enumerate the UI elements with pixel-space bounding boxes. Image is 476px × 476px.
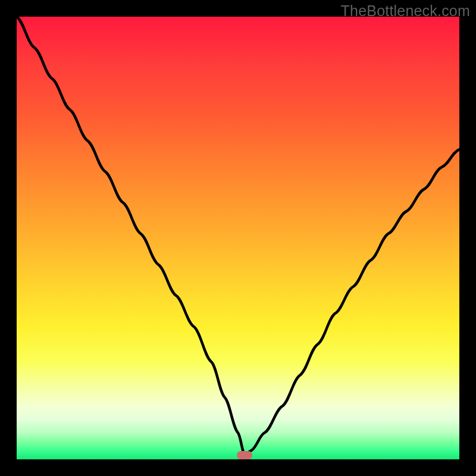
optimal-point-marker: [237, 451, 252, 459]
plot-area: [17, 17, 459, 459]
chart-frame: TheBottleneck.com: [0, 0, 476, 476]
watermark-text: TheBottleneck.com: [341, 2, 470, 20]
bottleneck-curve-path: [17, 17, 459, 455]
curve-svg: [17, 17, 459, 459]
